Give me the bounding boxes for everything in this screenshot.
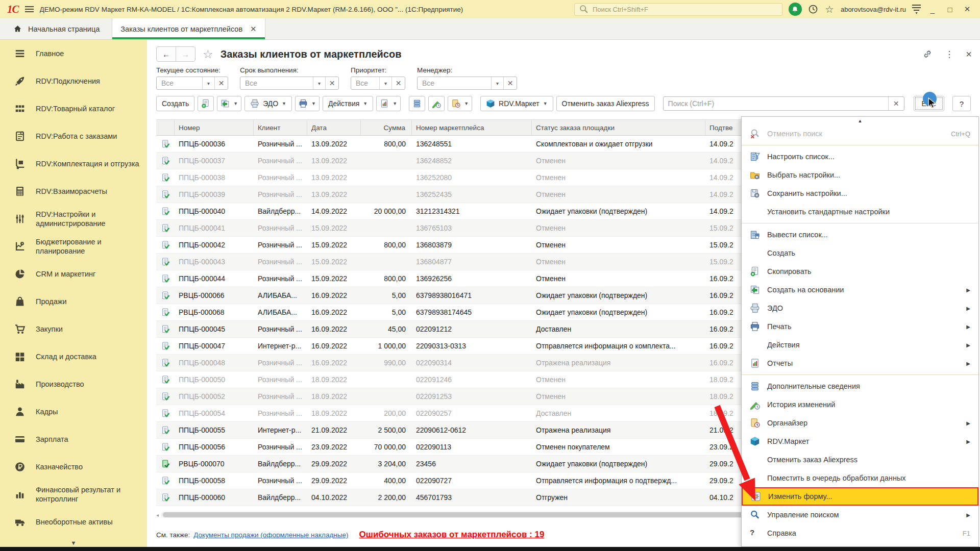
sidebar-item-rdv-komplektaciya[interactable]: RDV:Комплектация и отгрузка — [0, 150, 147, 178]
sidebar-item-rdv-rabota-s-zakazami[interactable]: RDV:Работа с заказами — [0, 122, 147, 150]
filter-combo[interactable]: Все▾✕ — [240, 77, 339, 90]
scrollbar-thumb[interactable] — [163, 512, 821, 517]
column-header[interactable]: Дата — [307, 120, 361, 135]
table-row[interactable]: ППЦБ-000048Розничный ...16.09.2022990,00… — [156, 355, 802, 371]
chevron-down-icon[interactable]: ▾ — [313, 77, 325, 89]
menu-item-help[interactable]: ?СправкаF1 — [742, 524, 978, 542]
table-row[interactable]: ППЦБ-000042Розничный ...15.09.2022800,00… — [156, 237, 802, 254]
tab-close-icon[interactable]: ✕ — [250, 24, 257, 34]
clear-filter-icon[interactable]: ✕ — [214, 77, 228, 89]
column-header[interactable] — [156, 120, 175, 135]
table-row[interactable]: ППЦБ-000047Интернет-р...16.09.20221 000,… — [156, 338, 802, 355]
get-link-icon[interactable] — [922, 49, 933, 59]
sidebar-item-finrezultat[interactable]: Финансовый результат и контроллинг — [0, 481, 147, 508]
edo-button[interactable]: ЭДО▼ — [244, 96, 292, 111]
notifications-icon[interactable] — [789, 3, 802, 16]
sidebar-item-kaznacheystvo[interactable]: Казначейство — [0, 453, 147, 481]
favorites-star-icon[interactable]: ☆ — [824, 4, 835, 14]
clear-filter-icon[interactable]: ✕ — [503, 77, 517, 89]
scroll-left-icon[interactable]: ◂ — [156, 512, 159, 518]
table-row[interactable]: ППЦБ-000054Розничный ...18.09.2022200,00… — [156, 405, 802, 422]
forward-button[interactable]: → — [176, 47, 195, 61]
sidebar-item-kadry[interactable]: Кадры — [0, 398, 147, 425]
create-button[interactable]: Создать — [156, 96, 194, 111]
menu-scroll-up-icon[interactable]: ▲ — [742, 118, 978, 124]
table-row[interactable]: ППЦБ-000040Вайлдберр...14.09.202220 000,… — [156, 203, 802, 220]
list-search-input[interactable]: Поиск (Ctrl+F)✕ — [663, 96, 904, 111]
reports-button[interactable]: ▼ — [376, 96, 401, 111]
print-button[interactable]: ▼ — [295, 96, 320, 111]
history-button[interactable] — [428, 96, 445, 111]
filter-combo[interactable]: Все▾✕ — [351, 77, 405, 90]
table-row[interactable]: РВЦБ-000068АЛИБАБА...16.09.20225,0063798… — [156, 304, 802, 321]
sales-documents-link[interactable]: Документы продажи (оформленные накладные… — [193, 531, 348, 539]
table-row[interactable]: ППЦБ-000043Розничный ...15.09.2022136804… — [156, 254, 802, 270]
chevron-down-icon[interactable]: ▾ — [379, 77, 391, 89]
help-button[interactable]: ? — [952, 96, 971, 111]
menu-item-print-list[interactable]: Вывести список... — [742, 226, 978, 244]
menu-item-cancel-aliexpress-order[interactable]: Отменить заказ Aliexpress — [742, 450, 978, 469]
sidebar-item-rdv-nastroyki[interactable]: RDV:Настройки и администрирование — [0, 205, 147, 233]
table-row[interactable]: ППЦБ-000056Розничный ...23.09.202270 000… — [156, 439, 802, 456]
organizer-button[interactable]: ▼ — [448, 96, 472, 111]
cancel-aliexpress-button[interactable]: Отменить заказ Aliexpress — [556, 96, 655, 111]
functions-menu-icon[interactable]: ▼ — [912, 5, 921, 14]
main-menu-icon[interactable] — [25, 6, 34, 12]
sidebar-item-crm-marketing[interactable]: CRM и маркетинг — [0, 260, 147, 288]
menu-item-search-management[interactable]: Управление поиском▶ — [742, 506, 978, 524]
table-row[interactable]: ППЦБ-000052Розничный ...18.09.2022022091… — [156, 388, 802, 405]
menu-item-print[interactable]: Печать▶ — [742, 317, 978, 336]
sidebar-item-vneoborotnye-aktivy[interactable]: Внеоборотные активы — [0, 508, 147, 536]
sidebar-item-sklad-dostavka[interactable]: Склад и доставка — [0, 343, 147, 370]
minimize-button[interactable]: _ — [927, 5, 938, 14]
menu-item-reports[interactable]: Отчеты▶ — [742, 354, 978, 372]
menu-item-copy[interactable]: Скопировать — [742, 262, 978, 281]
sidebar-item-glavnoe[interactable]: Главное — [0, 40, 147, 67]
filter-combo[interactable]: Все▾✕ — [417, 77, 517, 90]
table-row[interactable]: ППЦБ-000037Розничный ...13.09.2022136248… — [156, 153, 802, 169]
user-email[interactable]: aborovtsova@rdv-it.ru — [841, 6, 906, 13]
menu-item-queue-data-processing[interactable]: Поместить в очередь обработки данных — [742, 469, 978, 487]
menu-item-additional-info[interactable]: Дополнительные сведения — [742, 377, 978, 395]
table-row[interactable]: ППЦБ-000050Розничный ...18.09.2022022091… — [156, 371, 802, 388]
column-header[interactable]: Номер маркетплейса — [412, 120, 532, 135]
table-row[interactable]: ППЦБ-000044Розничный ...15.09.2022800,00… — [156, 270, 802, 287]
sidebar-item-proizvodstvo[interactable]: Производство — [0, 370, 147, 398]
clear-filter-icon[interactable]: ✕ — [325, 77, 338, 89]
create-based-on-button[interactable]: ▼ — [217, 96, 241, 111]
menu-item-cancel-search[interactable]: Отменить поискCtrl+Q — [742, 124, 978, 143]
column-header[interactable]: Номер — [175, 120, 254, 135]
tab-home[interactable]: Начальная страница — [0, 18, 112, 39]
menu-item-organizer[interactable]: Органайзер▶ — [742, 414, 978, 432]
table-row[interactable]: ППЦБ-000041Розничный ...15.09.2022136765… — [156, 220, 802, 237]
sidebar-item-zakupki[interactable]: Закупки — [0, 315, 147, 343]
actions-button[interactable]: Действия▼ — [323, 96, 373, 111]
history-icon[interactable] — [808, 4, 818, 14]
chevron-down-icon[interactable]: ▾ — [491, 77, 503, 89]
sidebar-item-rdv-tovarny-katalog[interactable]: RDV:Товарный каталог — [0, 95, 147, 122]
close-form-icon[interactable]: × — [966, 48, 972, 60]
rdv-market-button[interactable]: RDV.Маркет▼ — [480, 96, 553, 111]
clear-search-icon[interactable]: ✕ — [888, 97, 904, 110]
menu-item-actions[interactable]: Действия▶ — [742, 336, 978, 354]
sidebar-item-zarplata[interactable]: Зарплата — [0, 425, 147, 453]
sidebar-item-byudzhetirovanie[interactable]: Бюджетирование и планирование — [0, 233, 147, 260]
table-row[interactable]: ППЦБ-000060Вайлдберр...04.10.20222 200,0… — [156, 489, 802, 506]
table-row[interactable]: ППЦБ-000038Розничный ...13.09.2022136252… — [156, 169, 802, 186]
sidebar-item-rdv-vzaimoraschety[interactable]: RDV:Взаиморасчеты — [0, 178, 147, 205]
sidebar-item-prodazhi[interactable]: Продажи — [0, 288, 147, 315]
column-header[interactable]: Клиент — [254, 120, 307, 135]
chevron-down-icon[interactable]: ▾ — [202, 77, 214, 89]
table-row[interactable]: ППЦБ-000039Розничный ...13.09.2022136252… — [156, 186, 802, 203]
new-document-button[interactable] — [198, 96, 214, 111]
maximize-button[interactable]: □ — [944, 5, 955, 14]
sidebar-item-rdv-podklyucheniya[interactable]: RDV:Подключения — [0, 67, 147, 95]
tab-orders-marketplaces[interactable]: Заказы клиентов от маркетплейсов ✕ — [112, 18, 265, 39]
table-row[interactable]: РВЦБ-000070Вайлдберр...29.09.20223 204,0… — [156, 456, 802, 472]
filter-combo[interactable]: Все▾✕ — [156, 77, 228, 90]
menu-item-choose-settings[interactable]: Выбрать настройки... — [742, 166, 978, 184]
menu-item-change-history[interactable]: История изменений — [742, 395, 978, 414]
menu-item-edo[interactable]: ЭДО▶ — [742, 299, 978, 317]
table-row[interactable]: ППЦБ-000036Розничный ...13.09.2022800,00… — [156, 136, 802, 153]
table-row[interactable]: ППЦБ-000045Розничный ...16.09.202245,000… — [156, 321, 802, 338]
